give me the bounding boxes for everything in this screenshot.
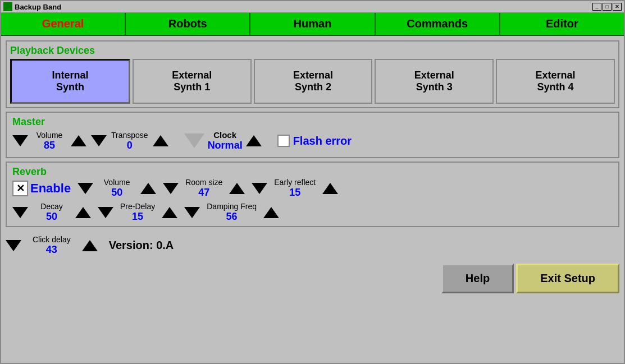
click-delay-label: Click delay <box>33 235 71 244</box>
nav-item-commands[interactable]: Commands <box>376 13 500 35</box>
early-reflect-display: Early reflect 15 <box>274 178 316 199</box>
title-bar: Backup Band _ □ ✕ <box>1 1 624 13</box>
clock-button[interactable] <box>184 133 204 148</box>
early-reflect-value: 15 <box>274 187 316 199</box>
decay-value: 50 <box>35 211 69 223</box>
reverb-row-2: Decay 50 Pre-Delay 15 Damping Freq 56 <box>12 202 613 223</box>
pre-delay-display: Pre-Delay 15 <box>120 202 155 223</box>
content-area: Playback Devices InternalSynth ExternalS… <box>1 36 624 363</box>
early-reflect-increase-button[interactable] <box>322 183 338 194</box>
reverb-label: Reverb <box>12 166 47 177</box>
pre-delay-decrease-button[interactable] <box>98 207 113 218</box>
reverb-section: Reverb ✕ Enable Volume 50 Room size <box>6 162 619 227</box>
pre-delay-label: Pre-Delay <box>120 202 155 211</box>
tab-external-synth-1[interactable]: ExternalSynth 1 <box>133 59 252 104</box>
version-text: Version: 0.A <box>109 239 174 252</box>
close-button[interactable]: ✕ <box>613 3 622 11</box>
transpose-decrease-button[interactable] <box>91 135 107 146</box>
bottom-row: Click delay 43 Version: 0.A <box>6 235 619 256</box>
nav-item-human[interactable]: Human <box>250 13 375 35</box>
nav-item-robots[interactable]: Robots <box>126 13 250 35</box>
early-reflect-decrease-button[interactable] <box>252 183 267 194</box>
pre-delay-value: 15 <box>120 211 155 223</box>
decay-decrease-button[interactable] <box>12 207 28 218</box>
master-controls-row: Volume 85 Transpose 0 Clock Normal <box>12 128 613 154</box>
early-reflect-label: Early reflect <box>274 178 316 187</box>
clock-increase-button[interactable] <box>246 135 262 146</box>
reverb-enable-checkbox[interactable]: ✕ <box>12 181 28 196</box>
volume-increase-button[interactable] <box>71 135 86 146</box>
decay-display: Decay 50 <box>35 202 69 223</box>
flash-error-label: Flash error <box>293 135 352 148</box>
transpose-value: 0 <box>111 140 148 151</box>
damping-freq-label: Damping Freq <box>207 202 257 211</box>
tab-external-synth-4[interactable]: ExternalSynth 4 <box>496 59 615 104</box>
volume-label: Volume <box>33 131 66 140</box>
click-delay-decrease-button[interactable] <box>6 240 21 251</box>
room-size-label: Room size <box>185 178 222 187</box>
decay-label: Decay <box>35 202 69 211</box>
playback-section: Playback Devices InternalSynth ExternalS… <box>6 40 619 108</box>
flash-error-group: Flash error <box>277 135 352 148</box>
nav-item-editor[interactable]: Editor <box>500 13 624 35</box>
flash-error-checkbox[interactable] <box>277 135 290 147</box>
window-controls: _ □ ✕ <box>592 3 622 11</box>
volume-decrease-button[interactable] <box>12 135 28 146</box>
damping-freq-display: Damping Freq 56 <box>207 202 257 223</box>
master-section: Master Volume 85 Transpose 0 <box>6 112 619 158</box>
reverb-volume-increase-button[interactable] <box>140 183 156 194</box>
exit-setup-button[interactable]: Exit Setup <box>516 264 619 293</box>
nav-item-general[interactable]: General <box>1 13 126 35</box>
damping-freq-decrease-button[interactable] <box>184 207 200 218</box>
playback-tabs: InternalSynth ExternalSynth 1 ExternalSy… <box>10 59 615 104</box>
clock-value: Normal <box>208 140 243 151</box>
transpose-increase-button[interactable] <box>153 135 168 146</box>
playback-label: Playback Devices <box>10 45 95 56</box>
damping-freq-increase-button[interactable] <box>263 207 279 218</box>
click-delay-increase-button[interactable] <box>82 240 98 251</box>
window-title: Backup Band <box>15 3 592 11</box>
reverb-volume-display: Volume 50 <box>100 178 134 199</box>
tab-internal-synth[interactable]: InternalSynth <box>10 59 130 104</box>
enable-group: ✕ Enable <box>12 181 71 196</box>
reverb-volume-value: 50 <box>100 187 134 199</box>
nav-bar: General Robots Human Commands Editor <box>1 13 624 36</box>
app-icon <box>3 2 12 11</box>
reverb-enable-label: Enable <box>30 181 71 196</box>
reverb-volume-label: Volume <box>100 178 134 187</box>
help-button[interactable]: Help <box>441 264 514 293</box>
volume-value: 85 <box>33 140 66 151</box>
clock-display: Clock Normal <box>208 130 243 151</box>
decay-increase-button[interactable] <box>75 207 91 218</box>
reverb-volume-decrease-button[interactable] <box>77 183 93 194</box>
maximize-button[interactable]: □ <box>603 3 612 11</box>
transpose-display: Transpose 0 <box>111 131 148 151</box>
room-size-increase-button[interactable] <box>229 183 245 194</box>
clock-label: Clock <box>208 130 243 140</box>
tab-external-synth-2[interactable]: ExternalSynth 2 <box>254 59 373 104</box>
minimize-button[interactable]: _ <box>592 3 601 11</box>
buttons-row: Help Exit Setup <box>441 264 619 293</box>
pre-delay-increase-button[interactable] <box>162 207 177 218</box>
master-label: Master <box>12 116 45 127</box>
damping-freq-value: 56 <box>207 211 257 223</box>
reverb-row-1: ✕ Enable Volume 50 Room size 47 <box>12 178 613 199</box>
room-size-value: 47 <box>185 187 222 199</box>
clock-group: Clock Normal <box>184 130 262 151</box>
volume-display: Volume 85 <box>33 131 66 151</box>
main-window: Backup Band _ □ ✕ General Robots Human C… <box>0 0 625 364</box>
transpose-label: Transpose <box>111 131 148 140</box>
click-delay-value: 43 <box>33 244 71 256</box>
room-size-display: Room size 47 <box>185 178 222 199</box>
room-size-decrease-button[interactable] <box>163 183 179 194</box>
click-delay-display: Click delay 43 <box>33 235 71 256</box>
tab-external-synth-3[interactable]: ExternalSynth 3 <box>375 59 494 104</box>
